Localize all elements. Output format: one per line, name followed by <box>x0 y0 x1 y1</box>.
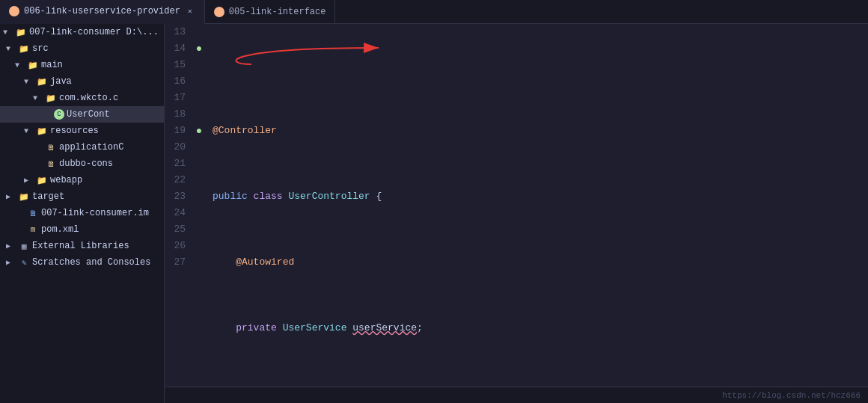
code-container[interactable]: 13 14 15 16 17 18 19 20 21 22 23 24 25 2… <box>165 24 868 387</box>
annotation-autowired: @Autowired <box>236 254 294 271</box>
sidebar-iml-label: 007-link-consumer.im <box>41 208 149 218</box>
code-line-17 <box>213 386 862 387</box>
sidebar-item-iml[interactable]: 🗎 007-link-consumer.im <box>0 205 164 221</box>
sidebar-extlibs-label: External Libraries <box>32 241 129 251</box>
sidebar-item-resources[interactable]: ▼ 📁 resources <box>0 123 164 139</box>
linenum-25: 25 <box>165 221 192 238</box>
sidebar-dubbo-label: dubbo-cons <box>59 159 113 169</box>
code-editor[interactable]: @Controller public class UserController … <box>207 24 868 387</box>
sidebar-item-java[interactable]: ▼ 📁 java <box>0 73 164 90</box>
ext-libs-icon: ▦ <box>18 241 30 251</box>
linenum-21: 21 <box>165 156 192 172</box>
linenum-23: 23 <box>165 188 192 205</box>
sidebar-item-pom[interactable]: m pom.xml <box>0 221 164 238</box>
folder-icon-res: 📁 <box>36 126 48 136</box>
xml-icon-app: 🗎 <box>45 142 57 153</box>
sidebar-app-label: applicationC <box>59 142 123 153</box>
sidebar-item-ext-libs[interactable]: ▶ ▦ External Libraries <box>0 238 164 254</box>
sidebar-item-usercontroller[interactable]: C UserCont <box>0 106 164 123</box>
linenum-14: 14 <box>165 40 192 57</box>
tab-bar: 006-link-userservice-provider ✕ 005-link… <box>0 0 868 24</box>
tab-close-1[interactable]: ✕ <box>185 6 195 16</box>
kw-class-14: class <box>254 188 289 205</box>
tree-arrow-src: ▼ <box>6 45 18 53</box>
tab-icon-1 <box>9 6 19 16</box>
main-layout: ▼ 📁 007-link-consumer D:\... ▼ 📁 src ▼ 📁… <box>0 24 868 403</box>
type-userservice: UserService <box>283 320 353 336</box>
linenum-26: 26 <box>165 238 192 254</box>
linenum-13: 13 <box>165 24 192 40</box>
linenum-19: 19 <box>165 123 192 139</box>
field-userservice: userService <box>352 320 417 336</box>
sidebar-webapp-label: webapp <box>50 175 82 185</box>
sidebar-item-scratches[interactable]: ▶ ✎ Scratches and Consoles <box>0 254 164 271</box>
arrow-annotation <box>207 24 805 173</box>
xml-icon-dubbo: 🗎 <box>45 159 57 169</box>
folder-icon-target: 📁 <box>18 191 30 202</box>
kw-private-16: private <box>236 320 282 336</box>
sidebar: ▼ 📁 007-link-consumer D:\... ▼ 📁 src ▼ 📁… <box>0 24 165 403</box>
tab-icon-2 <box>214 7 224 17</box>
sidebar-java-label: java <box>50 76 72 87</box>
folder-icon-com: 📁 <box>45 93 57 103</box>
tab-label-1: 006-link-userservice-provider <box>24 6 180 16</box>
gutter-24 <box>192 205 207 221</box>
run-icon-19[interactable]: ● <box>196 125 202 137</box>
linenum-24: 24 <box>165 205 192 221</box>
sidebar-item-appconfig[interactable]: 🗎 applicationC <box>0 139 164 156</box>
sidebar-src-label: src <box>32 43 49 54</box>
linenum-22: 22 <box>165 172 192 188</box>
line-numbers: 13 14 15 16 17 18 19 20 21 22 23 24 25 2… <box>165 24 192 387</box>
sidebar-item-root[interactable]: ▼ 📁 007-link-consumer D:\... <box>0 24 164 40</box>
tree-arrow-target: ▶ <box>6 192 18 201</box>
java-icon-uc: C <box>54 109 64 120</box>
folder-icon-main: 📁 <box>27 60 39 70</box>
kw-public-14: public <box>213 188 254 205</box>
gutter: ● ● <box>192 24 207 387</box>
tree-arrow-java: ▼ <box>24 78 36 86</box>
gutter-26 <box>192 238 207 254</box>
sidebar-item-target[interactable]: ▶ 📁 target <box>0 188 164 205</box>
tab-userservice-provider[interactable]: 006-link-userservice-provider ✕ <box>0 0 205 24</box>
sidebar-uc-label: UserCont <box>67 109 110 120</box>
tree-arrow-res: ▼ <box>24 127 36 135</box>
linenum-16: 16 <box>165 73 192 90</box>
gutter-27 <box>192 254 207 271</box>
gutter-25 <box>192 221 207 238</box>
tree-arrow-scratches: ▶ <box>6 258 18 267</box>
tree-arrow-ext: ▶ <box>6 242 18 250</box>
iml-icon: 🗎 <box>27 208 39 218</box>
sidebar-item-com-wkcto[interactable]: ▼ 📁 com.wkcto.c <box>0 90 164 106</box>
gutter-20 <box>192 139 207 156</box>
sidebar-item-webapp[interactable]: ▶ 📁 webapp <box>0 172 164 188</box>
code-line-16: private UserService userService; <box>213 320 862 336</box>
linenum-17: 17 <box>165 90 192 106</box>
sidebar-item-src[interactable]: ▼ 📁 src <box>0 40 164 57</box>
scratches-icon: ✎ <box>18 257 30 268</box>
gutter-19: ● <box>192 123 207 139</box>
folder-icon-java: 📁 <box>36 76 48 87</box>
linenum-15: 15 <box>165 57 192 73</box>
linenum-27: 27 <box>165 254 192 271</box>
sidebar-target-label: target <box>32 191 64 202</box>
watermark: https://blog.csdn.net/hcz666 <box>722 391 861 400</box>
classname-14: UserController <box>288 188 376 205</box>
sidebar-item-main[interactable]: ▼ 📁 main <box>0 57 164 73</box>
tree-arrow-com: ▼ <box>33 94 45 102</box>
gutter-13 <box>192 24 207 40</box>
gutter-17 <box>192 90 207 106</box>
sidebar-com-label: com.wkcto.c <box>59 93 118 103</box>
sidebar-item-dubbo[interactable]: 🗎 dubbo-cons <box>0 156 164 172</box>
tree-arrow-root: ▼ <box>3 28 15 37</box>
tab-link-interface[interactable]: 005-link-interface <box>205 0 336 24</box>
annotation-controller: @Controller <box>213 123 277 139</box>
sidebar-main-label: main <box>41 60 63 70</box>
code-line-15: @Autowired <box>213 254 862 271</box>
gutter-18 <box>192 106 207 123</box>
run-icon-14[interactable]: ● <box>196 43 202 55</box>
folder-icon-webapp: 📁 <box>36 175 48 185</box>
sidebar-pom-label: pom.xml <box>41 224 79 235</box>
gutter-16 <box>192 73 207 90</box>
tab-label-2: 005-link-interface <box>229 7 326 17</box>
editor-area: 13 14 15 16 17 18 19 20 21 22 23 24 25 2… <box>165 24 868 403</box>
